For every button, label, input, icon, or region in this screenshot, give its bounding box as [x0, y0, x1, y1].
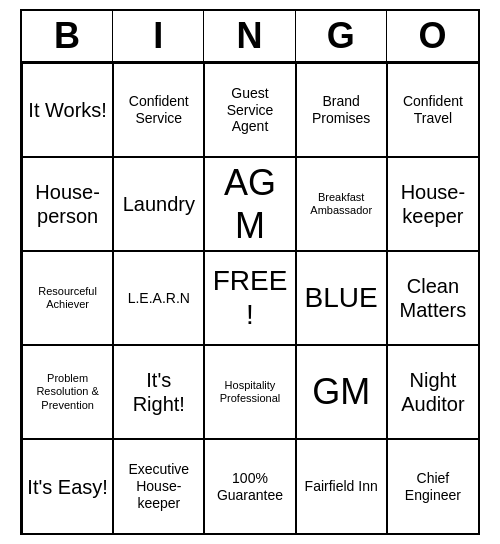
bingo-cell-7: AGM [204, 157, 295, 251]
bingo-cell-17: Hospitality Professional [204, 345, 295, 439]
bingo-cell-10: Resourceful Achiever [22, 251, 113, 345]
header-letter-G: G [296, 11, 387, 61]
bingo-cell-0: It Works! [22, 63, 113, 157]
bingo-cell-9: House-keeper [387, 157, 478, 251]
bingo-cell-12: FREE! [204, 251, 295, 345]
bingo-cell-1: Confident Service [113, 63, 204, 157]
header-letter-N: N [204, 11, 295, 61]
bingo-cell-6: Laundry [113, 157, 204, 251]
bingo-cell-15: Problem Resolution & Prevention [22, 345, 113, 439]
bingo-cell-13: BLUE [296, 251, 387, 345]
bingo-header: BINGO [22, 11, 478, 63]
bingo-cell-4: Confident Travel [387, 63, 478, 157]
bingo-cell-11: L.E.A.R.N [113, 251, 204, 345]
bingo-cell-21: Executive House-keeper [113, 439, 204, 533]
bingo-cell-19: Night Auditor [387, 345, 478, 439]
bingo-card: BINGO It Works!Confident ServiceGuest Se… [20, 9, 480, 535]
header-letter-O: O [387, 11, 478, 61]
bingo-cell-16: It's Right! [113, 345, 204, 439]
header-letter-I: I [113, 11, 204, 61]
bingo-grid: It Works!Confident ServiceGuest Service … [22, 63, 478, 533]
bingo-cell-8: Breakfast Ambassador [296, 157, 387, 251]
bingo-cell-24: Chief Engineer [387, 439, 478, 533]
bingo-cell-23: Fairfield Inn [296, 439, 387, 533]
bingo-cell-14: Clean Matters [387, 251, 478, 345]
bingo-cell-5: House-person [22, 157, 113, 251]
bingo-cell-2: Guest Service Agent [204, 63, 295, 157]
bingo-cell-22: 100% Guarantee [204, 439, 295, 533]
header-letter-B: B [22, 11, 113, 61]
bingo-cell-20: It's Easy! [22, 439, 113, 533]
bingo-cell-18: GM [296, 345, 387, 439]
bingo-cell-3: Brand Promises [296, 63, 387, 157]
